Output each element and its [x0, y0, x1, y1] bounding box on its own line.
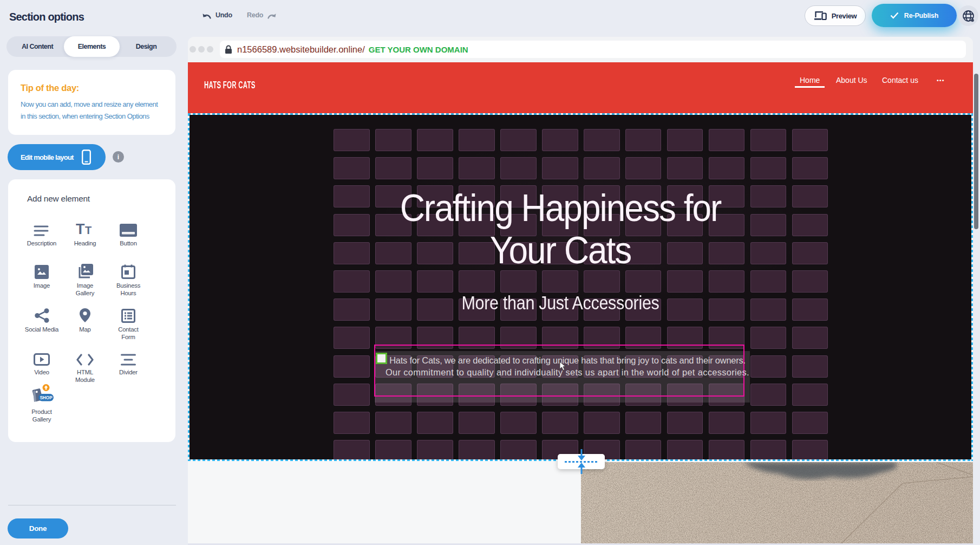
- svg-text:T: T: [76, 223, 85, 237]
- svg-text:SHOP: SHOP: [40, 395, 53, 400]
- svg-text:T: T: [85, 224, 92, 236]
